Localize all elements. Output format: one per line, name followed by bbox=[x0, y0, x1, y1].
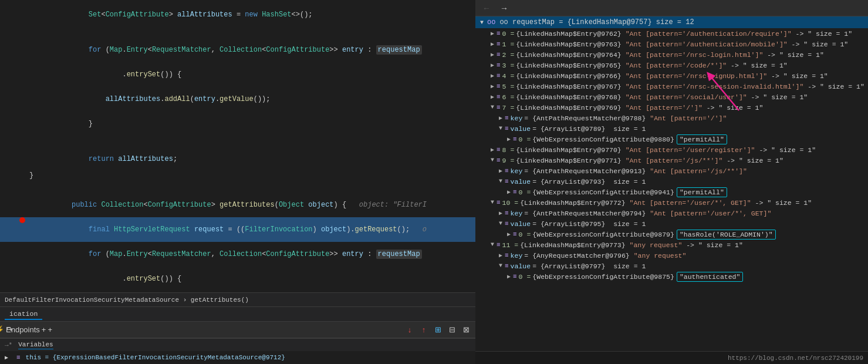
code-line bbox=[0, 136, 475, 147]
code-line: for (Map.Entry<RequestMatcher, Collectio… bbox=[0, 38, 475, 62]
code-panel: Set<ConfigAttribute> allAttributes = new… bbox=[0, 0, 475, 364]
list-item[interactable]: ▶ ≡ 2 = {LinkedHashMap$Entry@9764} "Ant … bbox=[475, 50, 868, 61]
authenticated-badge: "authenticated" bbox=[677, 272, 744, 282]
list-item[interactable]: ▶ ≡ 3 = {LinkedHashMap$Entry@9765} "Ant … bbox=[475, 61, 868, 72]
debugger-panel: ← → ▼ oo oo requestMap = {LinkedHashMap@… bbox=[475, 0, 868, 364]
list-item[interactable]: ▶ ≡ 5 = {LinkedHashMap$Entry@9767} "Ant … bbox=[475, 82, 868, 93]
list-item[interactable]: ▼ ≡ 11 = {LinkedHashMap$Entry@9773} "any… bbox=[475, 241, 868, 251]
list-item[interactable]: ▶ ≡ 0 = {WebExpressionConfigAttribute@98… bbox=[475, 135, 868, 146]
list-item[interactable]: ▼ ≡ 7 = {LinkedHashMap$Entry@9769} "Ant … bbox=[475, 103, 868, 114]
stop2-button[interactable]: ↑ bbox=[418, 324, 430, 336]
code-line-highlighted: final HttpServletRequest request = ((Fil… bbox=[0, 217, 475, 242]
code-line: .entrySet()) { bbox=[0, 62, 475, 87]
code-content: Set<ConfigAttribute> allAttributes = new… bbox=[0, 0, 475, 292]
code-line: } bbox=[0, 112, 475, 136]
debugger-tree: ▶ ≡ 0 = {LinkedHashMap$Entry@9762} "Ant … bbox=[475, 28, 868, 351]
list-item[interactable]: ▼ ≡ value = {ArrayList@9797} size = 1 bbox=[475, 262, 868, 272]
code-line: .entrySet()) { bbox=[0, 267, 475, 291]
code-line: Set<ConfigAttribute> allAttributes = new… bbox=[0, 2, 475, 27]
list-item[interactable]: ▶ ≡ 0 = {WebExpressionConfigAttribute@99… bbox=[475, 188, 868, 198]
code-line: for (Map.Entry<RequestMatcher, Collectio… bbox=[0, 242, 475, 267]
bottom-tabs: ication bbox=[0, 306, 475, 322]
list-item[interactable]: ▼ ≡ 9 = {LinkedHashMap$Entry@9771} "Ant … bbox=[475, 156, 868, 167]
endpoints-label: Endpoints bbox=[6, 325, 40, 334]
endpoints-icon: ⚡ bbox=[0, 325, 4, 334]
code-line: public Collection<ConfigAttribute> getAt… bbox=[0, 193, 475, 217]
list-item[interactable]: ▼ ≡ 10 = {LinkedHashMap$Entry@9772} "Ant… bbox=[475, 198, 868, 209]
breadcrumb-bar: DefaultFilterInvocationSecurityMetadataS… bbox=[0, 292, 475, 306]
url-text: https://blog.csdn.net/nrsc272420199 bbox=[728, 355, 863, 362]
code-line: return allAttributes; bbox=[0, 147, 475, 171]
root-label: oo requestMap = {LinkedHashMap@9757} siz… bbox=[499, 18, 694, 26]
stop-button[interactable]: ↓ bbox=[404, 324, 416, 336]
root-map-icon: oo bbox=[487, 18, 495, 26]
tab-ication[interactable]: ication bbox=[5, 309, 42, 320]
list-item[interactable]: ▶ ≡ key = {AntPathRequestMatcher@9913} "… bbox=[475, 167, 868, 177]
evaluate-button[interactable]: ⊞ bbox=[432, 324, 444, 336]
back-button[interactable]: ← bbox=[480, 2, 493, 14]
list-item[interactable]: ▼ ≡ value = {ArrayList@9795} size = 1 bbox=[475, 220, 868, 230]
vars-bottom-bar: →* Variables bbox=[0, 338, 475, 351]
tree-root-item[interactable]: ▼ oo oo requestMap = {LinkedHashMap@9757… bbox=[475, 16, 868, 28]
endpoints-arrow: + bbox=[42, 325, 46, 334]
permit-all-badge-2: "permitAll" bbox=[677, 187, 727, 197]
settings-button[interactable]: ⊟ bbox=[446, 324, 458, 336]
endpoints-arrow2: + bbox=[48, 325, 52, 334]
code-line bbox=[0, 27, 475, 38]
list-item[interactable]: ▶ ≡ 6 = {LinkedHashMap$Entry@9768} "Ant … bbox=[475, 93, 868, 103]
list-item[interactable]: ▶ ≡ 1 = {LinkedHashMap$Entry@9763} "Ant … bbox=[475, 40, 868, 50]
code-line: allAttributes.addAll(entry.getValue()); bbox=[0, 87, 475, 112]
layout-button[interactable]: ⊠ bbox=[460, 324, 472, 336]
list-item[interactable]: ▶ ≡ key = {AnyRequestMatcher@9796} "any … bbox=[475, 251, 868, 262]
this-icon: ≡ bbox=[16, 354, 21, 361]
list-item[interactable]: ▶ ≡ 0 = {LinkedHashMap$Entry@9762} "Ant … bbox=[475, 29, 868, 40]
root-expand-icon: ▼ bbox=[480, 19, 484, 26]
list-item[interactable]: ▶ ≡ key = {AntPathRequestMatcher@9788} "… bbox=[475, 114, 868, 124]
list-item[interactable]: ▶ ≡ 0 = {WebExpressionConfigAttribute@98… bbox=[475, 230, 868, 241]
code-line: } bbox=[0, 171, 475, 182]
list-item[interactable]: ▶ ≡ 8 = {LinkedHashMap$Entry@9770} "Ant … bbox=[475, 146, 868, 156]
variables-tab-label[interactable]: Variables bbox=[18, 341, 53, 349]
endpoints-button[interactable]: ⚡ Endpoints + + bbox=[18, 324, 29, 336]
breakpoint-indicator bbox=[19, 217, 25, 223]
list-item[interactable]: ▶ ≡ 4 = {LinkedHashMap$Entry@9766} "Ant … bbox=[475, 72, 868, 82]
this-value: this = {ExpressionBasedFilterInvocationS… bbox=[26, 354, 285, 361]
breadcrumb-source: DefaultFilterInvocationSecurityMetadataS… bbox=[5, 296, 249, 304]
list-item[interactable]: ▼ ≡ value = {ArrayList@9789} size = 1 bbox=[475, 124, 868, 135]
role-admin-badge: "hasRole('ROLE_ADMIN')" bbox=[677, 230, 776, 240]
forward-button[interactable]: → bbox=[498, 2, 511, 14]
list-item[interactable]: ▶ ≡ key = {AntPathRequestMatcher@9794} "… bbox=[475, 209, 868, 220]
url-bar: https://blog.csdn.net/nrsc272420199 bbox=[475, 351, 868, 364]
this-info-bar: ▶ ≡ this = {ExpressionBasedFilterInvocat… bbox=[0, 351, 475, 364]
code-line bbox=[0, 182, 475, 193]
permit-all-badge-1: "permitAll" bbox=[677, 134, 727, 144]
list-item[interactable]: ▼ ≡ value = {ArrayList@9793} size = 1 bbox=[475, 177, 868, 188]
list-item[interactable]: ▶ ≡ 0 = {WebExpressionConfigAttribute@98… bbox=[475, 272, 868, 283]
debugger-toolbar: ← → bbox=[475, 0, 868, 16]
bottom-toolbar: ↷ ⚡ Endpoints + + ↓ ↑ ⊞ ⊟ ⊠ bbox=[0, 322, 475, 338]
